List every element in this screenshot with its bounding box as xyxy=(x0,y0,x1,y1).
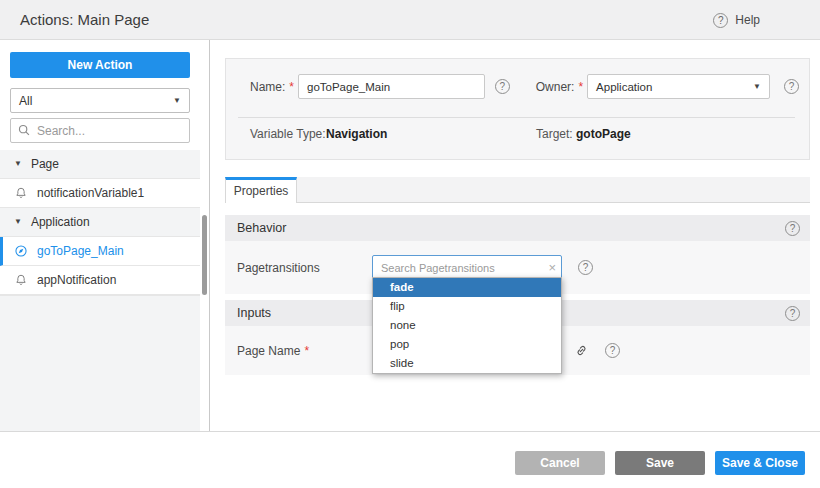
dropdown-option-slide[interactable]: slide xyxy=(373,354,561,373)
tab-properties[interactable]: Properties xyxy=(225,177,297,203)
name-field[interactable] xyxy=(298,74,485,99)
required-asterisk: * xyxy=(304,344,309,358)
pagetransitions-help-icon[interactable]: ? xyxy=(578,260,593,275)
variable-type-value: Navigation xyxy=(326,127,387,141)
panel-divider xyxy=(238,117,795,118)
owner-help-icon[interactable]: ? xyxy=(784,79,799,94)
main-content: Name: * ? Owner: * Application ▼ ? Varia… xyxy=(210,40,820,431)
owner-label: Owner: xyxy=(536,80,575,94)
save-and-close-button[interactable]: Save & Close xyxy=(715,451,805,475)
sidebar-scrollbar-thumb[interactable] xyxy=(202,215,207,295)
tree-item-label: goToPage_Main xyxy=(37,244,124,258)
chevron-down-icon: ▼ xyxy=(173,97,181,105)
tree-item-label: notificationVariable1 xyxy=(37,186,144,200)
name-help-icon[interactable]: ? xyxy=(495,79,510,94)
caret-down-icon: ▼ xyxy=(14,160,22,168)
tree-group-label: Page xyxy=(31,157,59,171)
dropdown-option-pop[interactable]: pop xyxy=(373,335,561,354)
dropdown-option-none[interactable]: none xyxy=(373,316,561,335)
sidebar-search xyxy=(10,118,190,143)
tree-item-appnotification[interactable]: appNotification xyxy=(0,266,200,295)
notification-icon xyxy=(14,273,28,287)
chevron-down-icon: ▼ xyxy=(753,83,761,91)
sidebar: New Action All ▼ ▼ Page notificationVari… xyxy=(0,40,210,431)
name-label: Name: xyxy=(250,80,285,94)
page-title: Actions: Main Page xyxy=(20,0,149,40)
tree-item-label: appNotification xyxy=(37,273,116,287)
dropdown-option-fade[interactable]: fade xyxy=(373,278,561,297)
filter-select-value: All xyxy=(19,94,173,108)
clear-icon[interactable]: × xyxy=(548,259,556,276)
tree-group-application[interactable]: ▼ Application xyxy=(0,208,200,237)
behavior-title: Behavior xyxy=(237,221,785,235)
page-name-help-icon[interactable]: ? xyxy=(605,343,620,358)
action-tree: ▼ Page notificationVariable1 ▼ Applicati… xyxy=(0,150,200,295)
tree-group-page[interactable]: ▼ Page xyxy=(0,150,200,179)
variable-type-label: Variable Type: xyxy=(250,127,326,141)
help-button[interactable]: ? Help xyxy=(713,0,760,40)
navigation-icon xyxy=(14,244,28,258)
filter-select[interactable]: All ▼ xyxy=(10,88,190,113)
help-icon: ? xyxy=(713,13,728,28)
sidebar-empty-area xyxy=(0,295,200,431)
pagetransitions-label: Pagetransitions xyxy=(237,261,372,275)
owner-select[interactable]: Application ▼ xyxy=(587,74,770,99)
caret-down-icon: ▼ xyxy=(14,218,22,226)
tree-item-gotopage-main[interactable]: goToPage_Main xyxy=(0,237,200,266)
footer-action-bar: Cancel Save Save & Close xyxy=(0,431,820,488)
tree-item-notificationvariable1[interactable]: notificationVariable1 xyxy=(0,179,200,208)
target-label: Target: xyxy=(536,127,573,141)
tree-group-label: Application xyxy=(31,215,90,229)
actions-editor-window: Actions: Main Page ? Help New Action All… xyxy=(0,0,820,488)
page-name-label: Page Name* xyxy=(237,344,372,358)
new-action-button[interactable]: New Action xyxy=(10,52,190,78)
notification-icon xyxy=(14,186,28,200)
save-button[interactable]: Save xyxy=(615,451,705,475)
cancel-button[interactable]: Cancel xyxy=(515,451,605,475)
name-owner-row: Name: * ? Owner: * Application ▼ ? xyxy=(250,74,799,99)
tab-bar: Properties xyxy=(225,177,810,203)
required-asterisk: * xyxy=(289,80,294,94)
target-value: gotoPage xyxy=(576,127,631,141)
inputs-help-icon[interactable]: ? xyxy=(785,306,800,321)
required-asterisk: * xyxy=(578,80,583,94)
link-icon[interactable] xyxy=(574,343,589,358)
search-icon xyxy=(17,123,31,137)
type-target-row: Variable Type: Navigation Target: gotoPa… xyxy=(250,127,799,145)
action-summary-panel: Name: * ? Owner: * Application ▼ ? Varia… xyxy=(225,58,810,160)
behavior-help-icon[interactable]: ? xyxy=(785,221,800,236)
pagetransitions-dropdown: fade flip none pop slide xyxy=(372,277,562,374)
behavior-section-header: Behavior ? xyxy=(225,215,810,241)
help-label: Help xyxy=(735,13,760,27)
header: Actions: Main Page ? Help xyxy=(0,0,820,40)
owner-select-value: Application xyxy=(596,81,753,93)
dropdown-option-flip[interactable]: flip xyxy=(373,297,561,316)
search-input[interactable] xyxy=(10,118,190,143)
